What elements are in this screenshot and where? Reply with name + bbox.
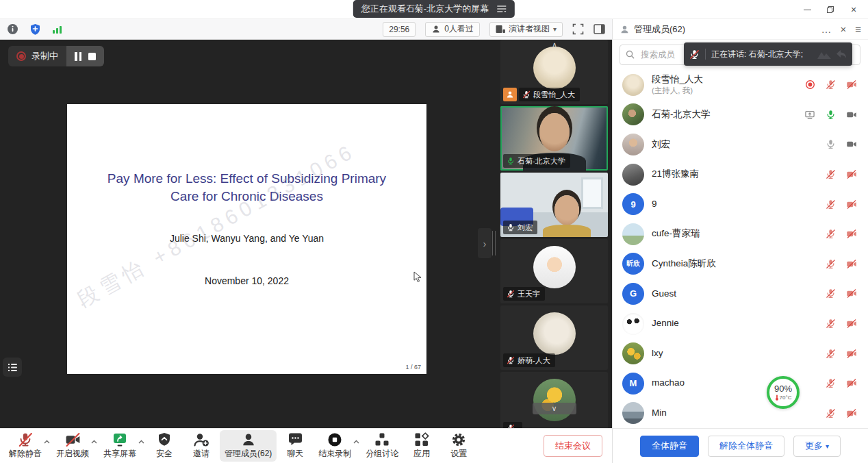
stop-recording-button[interactable] [88, 53, 96, 60]
bottom-toolbar: 解除静音 开启视频 共享屏幕 安全 邀请 管理成员(62) [0, 428, 612, 463]
chat-button[interactable]: 聊天 [277, 430, 314, 462]
breakout-rooms-button[interactable]: 分组讨论 [361, 430, 403, 462]
members-icon [620, 25, 630, 34]
share-screen-button[interactable]: 共享屏幕 [99, 430, 141, 462]
gear-icon [451, 432, 466, 447]
fullscreen-button[interactable] [572, 23, 584, 35]
mic-muted-icon[interactable] [826, 79, 836, 90]
member-status-icons [826, 259, 857, 269]
video-strip-collapse-handle[interactable]: › [478, 228, 492, 258]
toolbar-label: 设置 [450, 448, 467, 460]
unmute-button[interactable]: 解除静音 [4, 430, 47, 462]
strip-collapse-up-icon[interactable]: ∧ [552, 40, 557, 49]
mic-muted-icon[interactable] [826, 318, 836, 329]
pause-recording-button[interactable] [75, 52, 81, 61]
more-actions-button[interactable]: 更多▾ [793, 436, 841, 457]
manage-members-button[interactable]: 管理成员(62) [220, 430, 277, 462]
member-row-duanxueyi[interactable]: 段雪怡_人大(主持人, 我) [613, 70, 868, 100]
mountains-icon [817, 49, 832, 60]
security-shield-icon[interactable] [29, 23, 41, 36]
minimize-button[interactable] [795, 0, 819, 19]
start-video-button[interactable]: 开启视频 [51, 430, 94, 462]
panel-menu-button[interactable]: ≡ [855, 24, 861, 34]
mouse-cursor [413, 271, 422, 285]
member-row-liuhong[interactable]: 刘宏 [613, 129, 868, 160]
end-meeting-button[interactable]: 结束会议 [544, 435, 602, 457]
member-row-9[interactable]: 9 9 [613, 189, 868, 219]
member-row-jennie[interactable]: Jennie [613, 309, 868, 339]
video-tile-partial[interactable]: ∨ [500, 372, 608, 428]
side-panel-toggle-icon[interactable] [593, 24, 605, 34]
member-row-cufe[interactable]: cufe-曹家瑞 [613, 219, 868, 249]
invite-button[interactable]: 邀请 [183, 430, 220, 462]
watching-banner[interactable]: 您正在观看石菊-北京大学的屏幕 [353, 0, 515, 18]
video-options-chevron[interactable] [91, 436, 97, 446]
member-row-zhangyunan[interactable]: 21博张豫南 [613, 160, 868, 190]
end-recording-button[interactable]: 结束录制 [314, 430, 356, 462]
camera-muted-icon[interactable] [846, 408, 857, 418]
video-tile-shiju[interactable]: 石菊-北京大学 [500, 106, 608, 171]
camera-muted-icon[interactable] [846, 169, 857, 179]
mic-muted-icon[interactable] [826, 229, 836, 239]
settings-button[interactable]: 设置 [440, 430, 477, 462]
security-icon [157, 432, 171, 447]
camera-muted-icon[interactable] [846, 79, 857, 90]
mic-muted-icon[interactable] [826, 288, 836, 299]
video-tile-duan[interactable]: 段雪怡_人大 [500, 40, 608, 104]
camera-muted-icon[interactable] [846, 378, 857, 388]
avatar [622, 103, 644, 125]
restore-button[interactable] [819, 0, 842, 19]
video-tile-jiaomeng[interactable]: 娇萌-人大 [500, 305, 608, 370]
member-row-lxy[interactable]: lxy [613, 338, 868, 368]
mic-active-icon[interactable] [826, 110, 836, 120]
mic-options-chevron[interactable] [44, 436, 50, 446]
member-row-cyntheia[interactable]: 昕欣 Cyntheia陈昕欣 [613, 249, 868, 279]
camera-muted-icon[interactable] [846, 349, 857, 359]
mute-all-button[interactable]: 全体静音 [640, 436, 699, 457]
strip-resize-grip[interactable] [492, 231, 496, 255]
camera-muted-icon[interactable] [846, 318, 857, 329]
security-button[interactable]: 安全 [146, 430, 183, 462]
mic-muted-icon[interactable] [826, 199, 836, 210]
member-row-shiju[interactable]: 石菊-北京大学 [613, 100, 868, 130]
toast-divider [705, 49, 706, 60]
unmute-all-button[interactable]: 解除全体静音 [708, 436, 784, 457]
video-feed [581, 177, 603, 209]
banner-menu-icon[interactable] [497, 5, 507, 13]
viewer-count[interactable]: 0人看过 [425, 22, 480, 37]
recording-label: 录制中 [31, 50, 58, 62]
member-name: machao [652, 377, 685, 389]
video-tile-wangtianyu[interactable]: 王天宇 [500, 239, 608, 303]
view-mode-dropdown[interactable]: 演讲者视图 ▾ [489, 22, 563, 37]
panel-close-button[interactable]: × [840, 24, 846, 34]
participant-name: 娇萌-人大 [518, 355, 550, 366]
annotation-list-button[interactable] [3, 358, 22, 377]
mic-muted-icon[interactable] [826, 378, 836, 388]
panel-more-button[interactable]: … [821, 24, 831, 34]
network-signal-icon[interactable] [52, 25, 63, 34]
camera-muted-icon[interactable] [846, 259, 857, 269]
share-options-chevron[interactable] [138, 436, 144, 446]
recording-options-chevron[interactable] [353, 436, 359, 446]
camera-muted-icon[interactable] [846, 199, 857, 210]
member-row-machao[interactable]: M machao 90% 70°C [613, 368, 868, 399]
mic-muted-icon[interactable] [826, 259, 836, 269]
mic-muted-icon[interactable] [826, 169, 836, 179]
mic-on-icon[interactable] [826, 139, 836, 149]
member-panel-title: 管理成员(62) [634, 23, 685, 36]
member-name: 21博张豫南 [652, 168, 699, 180]
mic-muted-icon[interactable] [826, 408, 836, 418]
video-tile-liuhong[interactable]: 刘宏 [500, 173, 608, 237]
member-row-guest[interactable]: G Guest [613, 279, 868, 309]
meeting-info-icon[interactable] [7, 23, 18, 35]
camera-muted-icon[interactable] [846, 288, 857, 299]
camera-on-icon[interactable] [846, 110, 857, 120]
member-row-min[interactable]: Min [613, 399, 868, 428]
member-status-icons [805, 79, 857, 90]
camera-on-icon[interactable] [846, 139, 857, 149]
strip-collapse-down-button[interactable]: ∨ [533, 403, 576, 414]
close-window-button[interactable]: × [842, 0, 865, 19]
apps-button[interactable]: 应用 [403, 430, 440, 462]
mic-muted-icon[interactable] [826, 349, 836, 359]
camera-muted-icon[interactable] [846, 229, 857, 239]
